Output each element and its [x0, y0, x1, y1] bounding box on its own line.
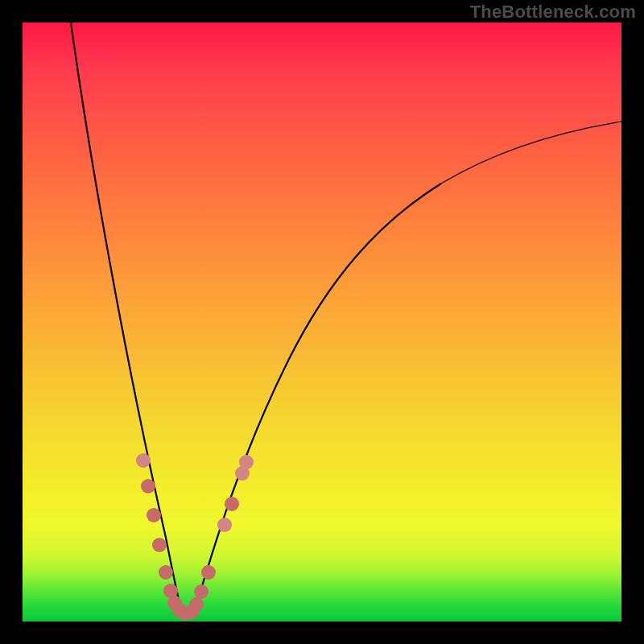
- marker-dot: [194, 584, 208, 599]
- marker-dot: [147, 508, 161, 522]
- marker-dot: [141, 479, 155, 493]
- marker-dot: [152, 538, 167, 552]
- marker-dot: [217, 518, 232, 532]
- marker-dot: [159, 565, 173, 580]
- right-curve-lower: [195, 184, 441, 610]
- marker-dot: [136, 453, 151, 468]
- plot-area: [23, 23, 621, 621]
- right-curve-upper: [441, 122, 621, 184]
- marker-dot: [225, 497, 239, 511]
- chart-container: TheBottleneck.com: [0, 0, 644, 644]
- left-curve: [71, 23, 181, 610]
- marker-dot: [189, 597, 204, 612]
- watermark-text: TheBottleneck.com: [470, 2, 636, 23]
- marker-dot: [239, 455, 254, 469]
- markers-group: [136, 453, 254, 621]
- marker-dot: [201, 565, 216, 580]
- curve-svg: [23, 23, 621, 621]
